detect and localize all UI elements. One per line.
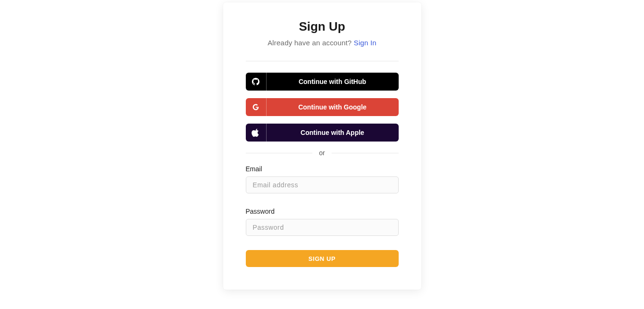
google-icon [246,98,267,116]
apple-button-label: Continue with Apple [267,129,399,136]
password-input[interactable] [246,219,399,236]
email-label: Email [246,165,399,173]
subtitle-text: Already have an account? [268,39,354,47]
signup-card: Sign Up Already have an account? Sign In… [223,2,421,290]
continue-with-google-button[interactable]: Continue with Google [246,98,399,116]
github-button-label: Continue with GitHub [267,78,399,85]
sign-in-link[interactable]: Sign In [354,39,376,47]
email-group: Email [246,165,399,193]
email-input[interactable] [246,176,399,193]
password-label: Password [246,208,399,215]
or-divider: or [246,149,399,157]
continue-with-github-button[interactable]: Continue with GitHub [246,73,399,91]
top-divider [246,61,399,61]
page-title: Sign Up [246,19,399,34]
google-button-label: Continue with Google [267,103,399,111]
or-text: or [312,149,331,157]
subtitle: Already have an account? Sign In [246,39,399,47]
continue-with-apple-button[interactable]: Continue with Apple [246,124,399,142]
password-group: Password [246,208,399,236]
sign-up-button[interactable]: SIGN UP [246,250,399,267]
apple-icon [246,124,267,142]
github-icon [246,73,267,91]
